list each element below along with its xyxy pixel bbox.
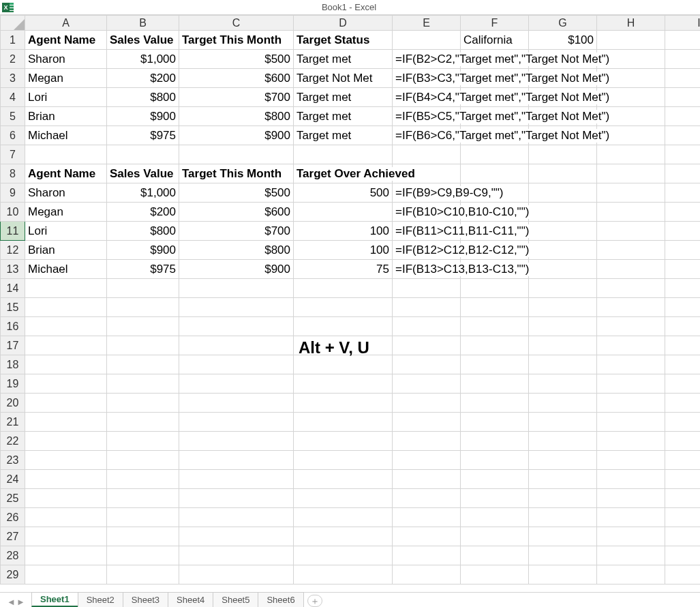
cell-C1[interactable]: Target This Month	[179, 31, 294, 50]
cell-B24[interactable]	[107, 470, 179, 489]
cell-C28[interactable]	[179, 546, 294, 565]
row-header-2[interactable]: 2	[1, 50, 25, 69]
cell-H16[interactable]	[597, 317, 665, 336]
cell-B21[interactable]	[107, 413, 179, 432]
cell-G10[interactable]	[529, 203, 597, 222]
cell-A17[interactable]	[25, 336, 107, 355]
cell-B15[interactable]	[107, 298, 179, 317]
sheet-nav-buttons[interactable]: ◄ ►	[0, 597, 31, 607]
cell-E29[interactable]	[393, 565, 461, 584]
cell-C14[interactable]	[179, 279, 294, 298]
cell-A5[interactable]: Brian	[25, 107, 107, 126]
row-header-28[interactable]: 28	[1, 546, 25, 565]
row-header-22[interactable]: 22	[1, 432, 25, 451]
cell-C9[interactable]: $500	[179, 183, 294, 203]
cell-C5[interactable]: $800	[179, 107, 294, 126]
cell-C13[interactable]: $900	[179, 260, 294, 279]
cell-I24[interactable]	[665, 470, 701, 489]
cell-D26[interactable]	[294, 508, 393, 527]
cell-D23[interactable]	[294, 451, 393, 470]
cell-I14[interactable]	[665, 279, 701, 298]
cell-H18[interactable]	[597, 355, 665, 374]
cell-I18[interactable]	[665, 355, 701, 374]
cell-E24[interactable]	[393, 470, 461, 489]
cell-I8[interactable]	[665, 164, 701, 183]
cell-A7[interactable]	[25, 145, 107, 164]
col-header-G[interactable]: G	[529, 16, 597, 31]
cell-I11[interactable]	[665, 222, 701, 241]
row-header-12[interactable]: 12	[1, 241, 25, 260]
cell-D10[interactable]	[294, 203, 393, 222]
cell-C21[interactable]	[179, 413, 294, 432]
row-header-24[interactable]: 24	[1, 470, 25, 489]
cell-H19[interactable]	[597, 374, 665, 394]
cell-E14[interactable]	[393, 279, 461, 298]
cell-G27[interactable]	[529, 527, 597, 546]
cell-G23[interactable]	[529, 451, 597, 470]
cell-B16[interactable]	[107, 317, 179, 336]
cell-C2[interactable]: $500	[179, 50, 294, 69]
cell-H12[interactable]	[597, 241, 665, 260]
cell-D19[interactable]	[294, 374, 393, 394]
cell-B20[interactable]	[107, 394, 179, 413]
cell-E15[interactable]	[393, 298, 461, 317]
cell-A20[interactable]	[25, 394, 107, 413]
cell-A26[interactable]	[25, 508, 107, 527]
cell-A18[interactable]	[25, 355, 107, 374]
cell-H23[interactable]	[597, 451, 665, 470]
cell-B6[interactable]: $975	[107, 126, 179, 145]
cell-A29[interactable]	[25, 565, 107, 584]
cell-C10[interactable]: $600	[179, 203, 294, 222]
cell-I28[interactable]	[665, 546, 701, 565]
row-header-11[interactable]: 11	[1, 222, 25, 241]
cell-E7[interactable]	[393, 145, 461, 164]
cell-G18[interactable]	[529, 355, 597, 374]
cell-H14[interactable]	[597, 279, 665, 298]
cell-H11[interactable]	[597, 222, 665, 241]
cell-F18[interactable]	[461, 355, 529, 374]
cell-H27[interactable]	[597, 527, 665, 546]
cell-D5[interactable]: Target met	[294, 107, 393, 126]
cell-H26[interactable]	[597, 508, 665, 527]
cell-G21[interactable]	[529, 413, 597, 432]
cell-H29[interactable]	[597, 565, 665, 584]
cell-A24[interactable]	[25, 470, 107, 489]
cell-I7[interactable]	[665, 145, 701, 164]
cell-F28[interactable]	[461, 546, 529, 565]
cell-H28[interactable]	[597, 546, 665, 565]
cell-F19[interactable]	[461, 374, 529, 394]
cell-D20[interactable]	[294, 394, 393, 413]
cell-C7[interactable]	[179, 145, 294, 164]
cell-D22[interactable]	[294, 432, 393, 451]
cell-B27[interactable]	[107, 527, 179, 546]
col-header-E[interactable]: E	[393, 16, 461, 31]
cell-F25[interactable]	[461, 489, 529, 508]
cell-F20[interactable]	[461, 394, 529, 413]
col-header-B[interactable]: B	[107, 16, 179, 31]
cell-G1[interactable]: $100	[529, 31, 597, 50]
cell-D6[interactable]: Target met	[294, 126, 393, 145]
cell-I15[interactable]	[665, 298, 701, 317]
cell-A2[interactable]: Sharon	[25, 50, 107, 69]
col-header-F[interactable]: F	[461, 16, 529, 31]
col-header-H[interactable]: H	[597, 16, 665, 31]
cell-G7[interactable]	[529, 145, 597, 164]
cell-C12[interactable]: $800	[179, 241, 294, 260]
cell-A6[interactable]: Michael	[25, 126, 107, 145]
cell-A15[interactable]	[25, 298, 107, 317]
cell-G26[interactable]	[529, 508, 597, 527]
cell-A27[interactable]	[25, 527, 107, 546]
cell-E4[interactable]: =IF(B4>C4,"Target met","Target Not Met")	[393, 88, 461, 107]
cell-H25[interactable]	[597, 489, 665, 508]
sheet-tab-sheet6[interactable]: Sheet6	[258, 592, 303, 607]
cell-C15[interactable]	[179, 298, 294, 317]
cell-E13[interactable]: =IF(B13>C13,B13-C13,"")	[393, 260, 461, 279]
cell-A11[interactable]: Lori	[25, 222, 107, 241]
sheet-nav-prev-icon[interactable]: ◄	[7, 597, 15, 607]
col-header-A[interactable]: A	[25, 16, 107, 31]
cell-F26[interactable]	[461, 508, 529, 527]
cell-I22[interactable]	[665, 432, 701, 451]
cell-A28[interactable]	[25, 546, 107, 565]
row-header-9[interactable]: 9	[1, 183, 25, 203]
row-header-26[interactable]: 26	[1, 508, 25, 527]
